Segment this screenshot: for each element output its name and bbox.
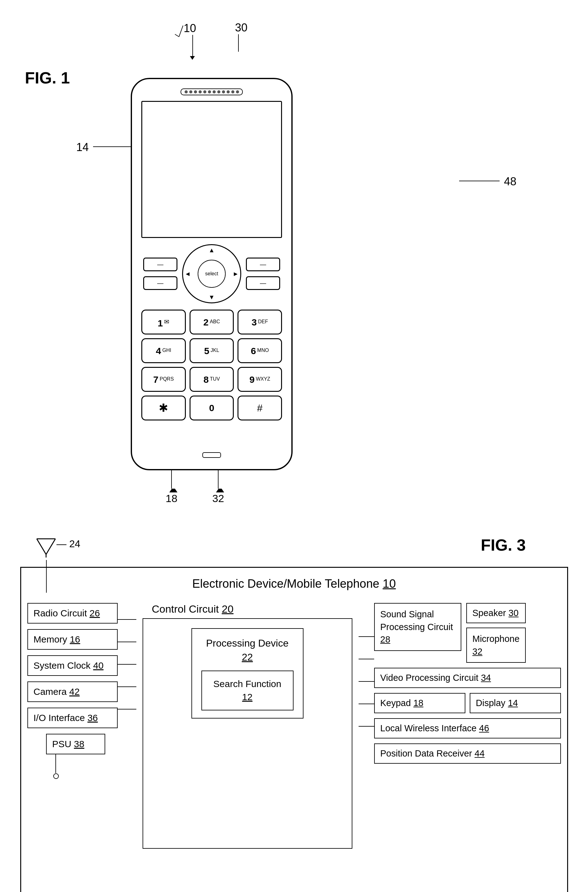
svg-line-1	[175, 34, 179, 37]
dpad[interactable]: ▲ ▼ ◄ ► select	[182, 244, 241, 303]
ref48-label: 48	[504, 175, 516, 188]
phone-screen	[141, 101, 282, 238]
ref30-label: 30	[235, 21, 248, 34]
keypad-block: Keypad 18	[374, 693, 465, 713]
search-function-label: Search Function 12	[208, 677, 286, 704]
nav-area: ▲ ▼ ◄ ► select	[143, 244, 280, 303]
phone-body: ▲ ▼ ◄ ► select 1✉	[131, 44, 292, 470]
key-1[interactable]: 1✉	[141, 309, 186, 335]
key-4[interactable]: 4GHI	[141, 338, 186, 363]
ref18-label: 18	[166, 493, 177, 504]
speaker-grille	[180, 89, 243, 95]
psu-area: PSU 38	[46, 734, 118, 781]
svg-line-0	[179, 26, 183, 37]
video-processing-block: Video Processing Circuit 34	[374, 668, 561, 688]
control-circuit-label: Control Circuit 20	[152, 603, 352, 615]
dpad-down-arrow: ▼	[208, 294, 215, 301]
ground-symbol	[53, 773, 118, 781]
svg-line-2	[37, 539, 46, 554]
main-outer-box: Electronic Device/Mobile Telephone 10 Ra…	[20, 567, 568, 892]
ref32-area: 32	[215, 470, 224, 505]
left-nav-btn-top[interactable]	[143, 258, 177, 271]
local-wireless-block: Local Wireless Interface 46	[374, 718, 561, 739]
right-column: Sound Signal Processing Circuit 28 Speak…	[374, 603, 561, 877]
right-connectors	[358, 603, 374, 877]
fig1-area: FIG. 1 10 30 14 48	[0, 0, 588, 511]
middle-column: Control Circuit 20 Processing Device 22	[136, 603, 358, 877]
key-2[interactable]: 2ABC	[190, 309, 234, 335]
left-column: Radio Circuit 26 Memory 16 System Clock …	[27, 603, 118, 877]
psu-line	[56, 754, 56, 773]
key-5[interactable]: 5JKL	[190, 338, 234, 363]
dpad-select[interactable]: select	[198, 260, 226, 288]
keypad: 1✉ 2ABC 3DEF 4GHI 5JKL 6MNO	[141, 309, 282, 420]
left-connectors	[118, 603, 136, 877]
right-nav-btn-bottom[interactable]	[246, 276, 280, 290]
camera-block: Camera 42	[27, 682, 118, 702]
microphone-block: Microphone 32	[466, 628, 526, 663]
key-hash[interactable]: #	[237, 395, 282, 420]
antenna-icon	[34, 536, 58, 557]
key-6[interactable]: 6MNO	[237, 338, 282, 363]
position-data-block: Position Data Receiver 44	[374, 743, 561, 764]
system-clock-block: System Clock 40	[27, 655, 118, 676]
display-block: Display 14	[470, 693, 561, 713]
psu-block: PSU 38	[46, 734, 105, 754]
fig3-label: FIG. 3	[481, 536, 526, 554]
key-9[interactable]: 9WXYZ	[237, 367, 282, 392]
left-nav-buttons	[143, 258, 177, 290]
memory-block: Memory 16	[27, 629, 118, 650]
svg-line-3	[46, 539, 56, 554]
search-function-box: Search Function 12	[201, 671, 294, 710]
dpad-up-arrow: ▲	[208, 247, 215, 254]
antenna-area: — 24	[34, 536, 58, 559]
processing-device-label: Processing Device 22	[201, 636, 294, 664]
key-3[interactable]: 3DEF	[237, 309, 282, 335]
bottom-port	[202, 452, 221, 458]
right-nav-btn-top[interactable]	[246, 258, 280, 271]
sound-signal-block: Sound Signal Processing Circuit 28	[374, 603, 461, 651]
speaker-block: Speaker 30	[466, 603, 526, 623]
key-8[interactable]: 8TUV	[190, 367, 234, 392]
keypad-display-row: Keypad 18 Display 14	[374, 693, 561, 713]
dpad-right-arrow: ►	[232, 270, 239, 278]
ref10-label: 10	[184, 22, 196, 35]
svg-point-6	[54, 773, 58, 779]
fig1-label: FIG. 1	[25, 69, 70, 87]
top-right-row: Sound Signal Processing Circuit 28 Speak…	[374, 603, 561, 663]
fig3-area: FIG. 3 — 24 Electronic Device/Mobile Tel…	[0, 511, 588, 892]
io-interface-block: I/O Interface 36	[27, 707, 118, 728]
processing-device-box: Processing Device 22 Search Function 12	[191, 628, 303, 719]
radio-circuit-block: Radio Circuit 26	[27, 603, 118, 623]
key-star[interactable]: ✱	[141, 395, 186, 420]
speaker-mic-col: Speaker 30 Microphone 32	[466, 603, 526, 663]
inner-layout: Radio Circuit 26 Memory 16 System Clock …	[27, 603, 561, 877]
dpad-left-arrow: ◄	[184, 270, 191, 278]
key-7[interactable]: 7PQRS	[141, 367, 186, 392]
outer-box-title: Electronic Device/Mobile Telephone 10	[27, 574, 561, 594]
ref14-label: 14	[76, 141, 89, 154]
left-nav-btn-bottom[interactable]	[143, 276, 177, 290]
right-nav-buttons	[246, 258, 280, 290]
control-circuit-box: Processing Device 22 Search Function 12	[142, 618, 352, 849]
ref32-label: 32	[212, 493, 224, 504]
ref18-area: 18	[168, 470, 177, 505]
ref24-label: — 24	[57, 538, 80, 550]
key-0[interactable]: 0	[190, 395, 234, 420]
